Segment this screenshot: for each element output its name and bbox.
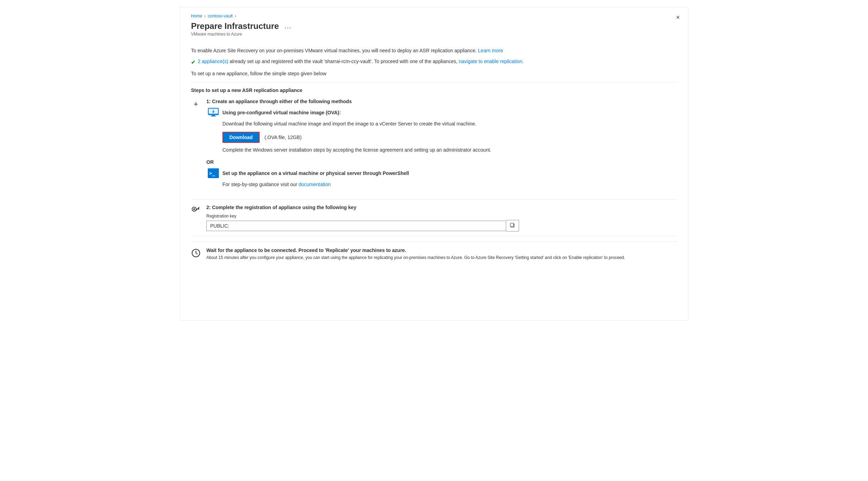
download-action-row: Download (.OVA file, 12GB) bbox=[208, 132, 677, 143]
svg-rect-3 bbox=[212, 115, 215, 116]
chevron-icon-2: › bbox=[235, 14, 236, 18]
panel-header: Home › contoso-vault › Prepare Infrastru… bbox=[180, 7, 688, 41]
divider-1 bbox=[191, 82, 677, 83]
success-icon: ✔ bbox=[191, 58, 196, 67]
panel-body: To enable Azure Site Recovery on your on… bbox=[180, 41, 688, 275]
step1-heading: 1: Create an appliance through either of… bbox=[206, 99, 677, 104]
powershell-icon: >_ bbox=[208, 168, 219, 178]
method-ova-desc: Download the following virtual machine i… bbox=[208, 120, 677, 128]
method-ova-header: Using pre-configured virtual machine ima… bbox=[208, 108, 677, 117]
svg-text:>_: >_ bbox=[209, 170, 215, 176]
monitor-download-icon bbox=[208, 108, 219, 117]
plus-icon: + bbox=[194, 100, 198, 108]
key-icon bbox=[191, 205, 201, 215]
method-ps-desc: For step-by-step guidance visit our docu… bbox=[208, 181, 677, 188]
panel-subtitle: VMware machines to Azure bbox=[191, 32, 677, 37]
reg-key-label: Registration key bbox=[206, 214, 677, 219]
method-ova-title: Using pre-configured virtual machine ima… bbox=[222, 110, 341, 115]
breadcrumb-vault[interactable]: contoso-vault bbox=[208, 14, 233, 18]
method-ps-title: Set up the appliance on a virtual machin… bbox=[222, 170, 409, 176]
appliance-count-link[interactable]: 2 appliance(s) bbox=[198, 59, 228, 64]
steps-section-title: Steps to set up a new ASR replication ap… bbox=[191, 87, 677, 93]
wait-content: Wait for the appliance to be connected. … bbox=[206, 247, 677, 261]
step1-row: + 1: Create an appliance through either … bbox=[191, 99, 677, 194]
intro-text: To enable Azure Site Recovery on your on… bbox=[191, 47, 677, 54]
learn-more-link[interactable]: Learn more bbox=[478, 48, 503, 53]
more-options-button[interactable]: ... bbox=[282, 22, 294, 31]
or-divider: OR bbox=[206, 159, 677, 165]
step2-row: 2: Complete the registration of applianc… bbox=[191, 205, 677, 231]
step1-content: 1: Create an appliance through either of… bbox=[206, 99, 677, 194]
download-button[interactable]: Download bbox=[222, 132, 260, 143]
step2-heading: 2: Complete the registration of applianc… bbox=[206, 205, 677, 210]
step2-content: 2: Complete the registration of applianc… bbox=[206, 205, 677, 231]
chevron-icon-1: › bbox=[204, 14, 206, 18]
divider-3 bbox=[191, 236, 677, 237]
method-ova-note: Complete the Windows server installation… bbox=[208, 146, 677, 154]
new-appliance-text: To set up a new appliance, follow the si… bbox=[191, 70, 677, 77]
documentation-link[interactable]: documentation bbox=[299, 182, 331, 187]
wait-row: Wait for the appliance to be connected. … bbox=[191, 242, 677, 266]
navigate-enable-link[interactable]: navigate to enable replication. bbox=[459, 59, 524, 64]
wait-detail-text: About 15 minutes after you configure you… bbox=[206, 254, 677, 261]
svg-rect-10 bbox=[510, 223, 513, 227]
svg-rect-4 bbox=[211, 116, 216, 116]
clock-icon bbox=[191, 248, 201, 258]
copy-button[interactable] bbox=[506, 220, 519, 231]
appliance-status-row: ✔2 appliance(s) already set up and regis… bbox=[191, 58, 677, 67]
method-ps-header: >_ Set up the appliance on a virtual mac… bbox=[208, 168, 677, 178]
wait-bold-text: Wait for the appliance to be connected. … bbox=[206, 247, 677, 253]
breadcrumb-home[interactable]: Home bbox=[191, 14, 202, 18]
page-title: Prepare Infrastructure bbox=[191, 21, 279, 31]
breadcrumb: Home › contoso-vault › bbox=[191, 14, 677, 18]
reg-key-input-row bbox=[206, 220, 677, 231]
method-ps-block: >_ Set up the appliance on a virtual mac… bbox=[206, 168, 677, 188]
close-button[interactable]: × bbox=[676, 14, 680, 21]
method-ova-block: Using pre-configured virtual machine ima… bbox=[206, 108, 677, 154]
prepare-infrastructure-panel: Home › contoso-vault › Prepare Infrastru… bbox=[180, 7, 688, 321]
step1-icon: + bbox=[191, 99, 201, 109]
file-info-text: (.OVA file, 12GB) bbox=[265, 135, 302, 140]
reg-key-input[interactable] bbox=[206, 221, 506, 231]
svg-point-8 bbox=[193, 208, 195, 210]
divider-2 bbox=[191, 199, 677, 200]
